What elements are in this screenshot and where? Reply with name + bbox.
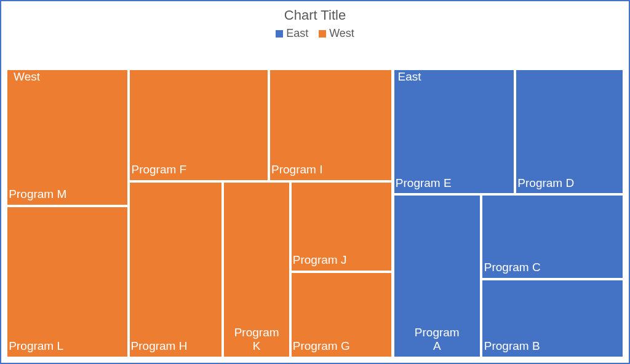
category-label: West: [14, 70, 40, 84]
tile-label: Program L: [9, 339, 63, 353]
tile-label: Program H: [131, 339, 188, 353]
treemap-chart: Chart Title East West Program MProgram L…: [0, 0, 630, 364]
tile-label: Program D: [517, 176, 574, 190]
tile-label: Program I: [271, 163, 322, 176]
treemap-tile: Program F: [129, 69, 269, 181]
tile-label: Program G: [293, 339, 350, 353]
tile-label: Program E: [396, 176, 452, 190]
legend-item-west: West: [319, 27, 354, 40]
legend: East West: [1, 27, 629, 41]
treemap-tile: Program C: [481, 194, 624, 279]
treemap-tile: Program D: [515, 69, 624, 194]
legend-item-east: East: [276, 27, 308, 40]
tile-label: Program B: [484, 339, 540, 353]
treemap-tile: Program K: [223, 181, 290, 358]
treemap-tile: Program I: [269, 69, 393, 181]
treemap-tile: Program L: [6, 206, 129, 358]
tile-label: Program C: [484, 261, 541, 274]
tile-label: Program K: [224, 326, 289, 353]
category-label: East: [398, 70, 421, 84]
tile-label: Program F: [131, 163, 186, 176]
treemap-tile: Program E: [393, 69, 516, 194]
plot-area: Program MProgram LProgram FProgram IProg…: [6, 69, 624, 358]
treemap-tile: Program A: [393, 194, 482, 358]
treemap-tile: Program B: [481, 279, 624, 358]
legend-swatch-east: [276, 30, 283, 38]
tile-label: Program A: [394, 326, 480, 353]
tile-label: Program M: [9, 188, 66, 201]
treemap-tile: Program H: [129, 181, 223, 358]
legend-swatch-west: [319, 30, 326, 38]
legend-label-east: East: [286, 27, 308, 40]
treemap-tile: Program M: [6, 69, 129, 206]
treemap-tile: Program J: [290, 181, 393, 272]
treemap-tile: Program G: [290, 272, 393, 358]
tile-label: Program J: [293, 253, 347, 267]
legend-label-west: West: [329, 27, 354, 40]
chart-title: Chart Title: [1, 7, 629, 23]
